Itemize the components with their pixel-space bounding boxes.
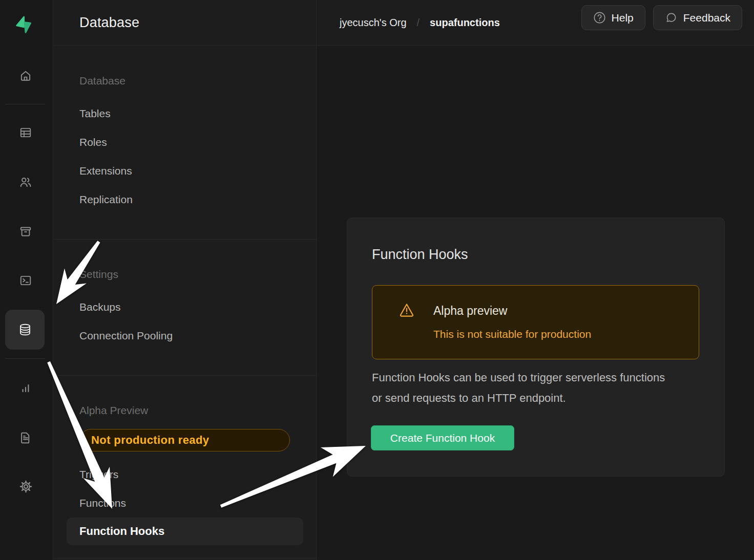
help-label: Help — [612, 12, 634, 24]
sidebar-header: Database — [54, 0, 316, 46]
top-header: jyecusch's Org / supafunctions Help — [317, 0, 754, 46]
panel-title: Function Hooks — [372, 247, 468, 263]
auth-users-icon[interactable] — [13, 170, 38, 195]
database-sidebar: Database Database Tables Roles Extension… — [54, 0, 317, 560]
alert-message: This is not suitable for production — [433, 328, 591, 340]
storage-icon[interactable] — [13, 219, 38, 244]
rail-divider — [5, 358, 45, 359]
sidebar-divider — [54, 375, 316, 376]
icon-rail — [0, 0, 53, 560]
breadcrumb: jyecusch's Org / supafunctions — [340, 17, 500, 29]
section-header-database: Database — [79, 75, 125, 87]
main-content: Function Hooks Alpha preview This is not… — [317, 46, 754, 560]
header-actions: Help Feedback — [581, 5, 742, 30]
sidebar-item-backups[interactable]: Backups — [79, 301, 121, 313]
alert-title: Alpha preview — [433, 304, 507, 318]
settings-gear-icon[interactable] — [13, 474, 38, 499]
sidebar-item-tables[interactable]: Tables — [79, 107, 111, 120]
sql-editor-icon[interactable] — [13, 268, 38, 293]
breadcrumb-org[interactable]: jyecusch's Org — [340, 17, 407, 29]
feedback-button[interactable]: Feedback — [653, 5, 742, 30]
sidebar-divider — [54, 558, 316, 558]
rail-divider — [5, 104, 45, 104]
feedback-label: Feedback — [683, 12, 730, 24]
app-window: Database Database Tables Roles Extension… — [0, 0, 754, 560]
sidebar-item-connection-pooling[interactable]: Connection Pooling — [79, 330, 173, 342]
section-header-settings: Settings — [79, 268, 118, 281]
not-production-ready-badge: Not production ready — [79, 429, 290, 451]
database-icon-selected[interactable] — [5, 310, 45, 350]
home-icon[interactable] — [13, 63, 38, 88]
sidebar-item-functions[interactable]: Functions — [79, 497, 126, 509]
sidebar-item-triggers[interactable]: Triggers — [79, 468, 118, 481]
feedback-bubble-icon — [665, 11, 678, 24]
supabase-logo-icon[interactable] — [14, 13, 37, 36]
sidebar-item-replication[interactable]: Replication — [79, 193, 133, 206]
docs-icon[interactable] — [13, 425, 38, 450]
sidebar-item-function-hooks-selected[interactable]: Function Hooks — [67, 518, 303, 545]
sidebar-item-roles[interactable]: Roles — [79, 136, 107, 148]
create-function-hook-button[interactable]: Create Function Hook — [371, 425, 514, 450]
breadcrumb-project[interactable]: supafunctions — [430, 17, 500, 29]
sidebar-title: Database — [79, 15, 139, 31]
table-editor-icon[interactable] — [13, 120, 38, 145]
breadcrumb-separator: / — [417, 17, 420, 29]
function-hooks-panel: Function Hooks Alpha preview This is not… — [347, 218, 725, 477]
sidebar-divider — [54, 239, 316, 240]
section-header-alpha-preview: Alpha Preview — [79, 404, 148, 417]
reports-icon[interactable] — [13, 376, 38, 400]
help-button[interactable]: Help — [581, 5, 645, 30]
alpha-preview-alert: Alpha preview This is not suitable for p… — [372, 285, 699, 359]
sidebar-item-extensions[interactable]: Extensions — [79, 165, 132, 177]
help-icon — [593, 11, 606, 24]
panel-description: Function Hooks can be used to trigger se… — [372, 368, 666, 408]
warning-triangle-icon — [398, 301, 415, 321]
